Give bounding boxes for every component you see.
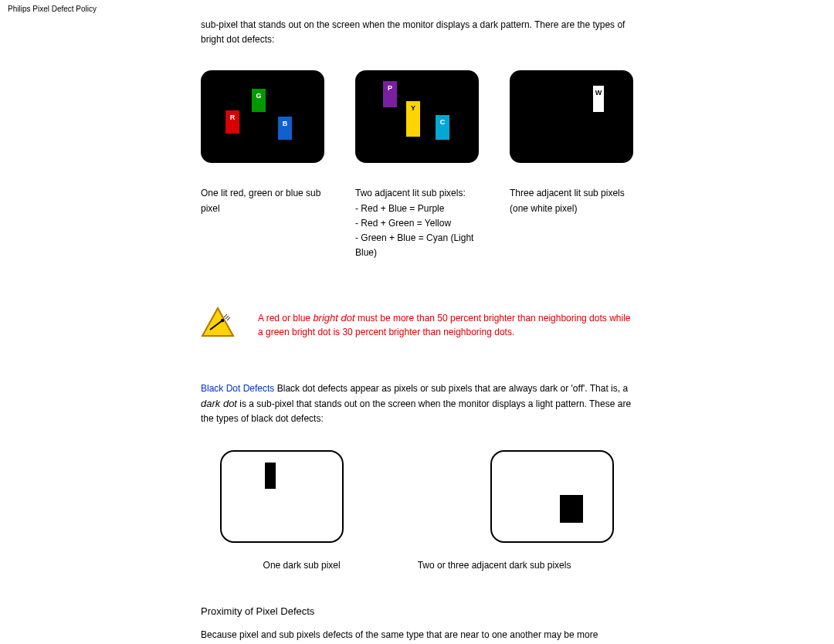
warning-note: A red or blue bright dot must be more th… <box>201 307 633 342</box>
svg-point-1 <box>221 319 224 322</box>
intro-paragraph: sub-pixel that stands out on the screen … <box>201 18 633 47</box>
dark-dot-figure-row <box>201 450 633 543</box>
subpixel-red: R <box>225 110 239 134</box>
page-container: sub-pixel that stands out on the screen … <box>0 18 834 644</box>
bright-dot-captions: One lit red, green or blue sub pixel Two… <box>201 186 633 260</box>
bright-caption-1: One lit red, green or blue sub pixel <box>201 186 324 260</box>
bright-pyc-monitor: P Y C <box>355 70 479 163</box>
black-dot-title: Black Dot Defects <box>201 383 274 394</box>
svg-marker-0 <box>202 308 233 336</box>
warning-text: A red or blue bright dot must be more th… <box>258 310 633 340</box>
bright-caption-2: Two adjacent lit sub pixels: - Red + Blu… <box>355 186 479 260</box>
black-dot-paragraph: Black Dot Defects Black dot defects appe… <box>201 381 633 427</box>
subpixel-white: W <box>593 86 604 112</box>
bright-rgb-monitor: R G B <box>201 70 324 163</box>
dark-caption-1: One dark sub pixel <box>263 558 341 573</box>
bright-dot-figure-row: R G B P Y C W <box>201 70 633 163</box>
dark-single-monitor <box>220 450 344 543</box>
subpixel-green: G <box>252 89 266 112</box>
page-header: Philips Pixel Defect Policy <box>0 0 834 18</box>
dark-subpixel-block <box>560 495 583 523</box>
subpixel-purple: P <box>383 81 397 107</box>
subpixel-cyan: C <box>436 115 449 140</box>
dark-subpixel-single <box>265 463 276 489</box>
proximity-title: Proximity of Pixel Defects <box>201 604 633 620</box>
dark-multi-monitor <box>490 450 614 543</box>
subpixel-blue: B <box>278 117 292 140</box>
bright-white-monitor: W <box>510 70 633 163</box>
proximity-body: Because pixel and sub pixels defects of … <box>201 628 633 644</box>
bright-caption-3: Three adjacent lit sub pixels (one white… <box>510 186 633 260</box>
dark-caption-2: Two or three adjacent dark sub pixels <box>418 558 571 573</box>
subpixel-yellow: Y <box>406 101 420 137</box>
warning-icon <box>201 307 235 342</box>
content-area: sub-pixel that stands out on the screen … <box>31 18 803 644</box>
dark-dot-captions: One dark sub pixel Two or three adjacent… <box>201 558 633 573</box>
